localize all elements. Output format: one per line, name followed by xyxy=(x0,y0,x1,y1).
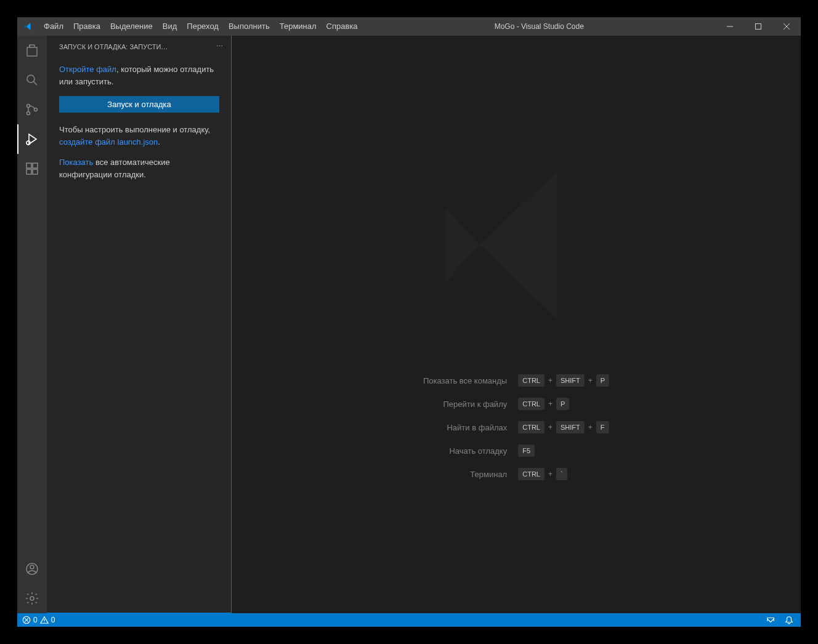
plus-separator: + xyxy=(548,470,553,478)
activity-search[interactable] xyxy=(17,65,47,95)
status-warnings-count: 0 xyxy=(51,616,55,624)
keycap: SHIFT xyxy=(556,374,585,387)
plus-separator: + xyxy=(548,423,553,432)
menu-edit[interactable]: Правка xyxy=(68,17,105,36)
sidebar-text: Чтобы настроить выполнение и отладку, xyxy=(59,125,210,134)
status-feedback[interactable] xyxy=(764,613,777,627)
svg-point-3 xyxy=(27,112,30,115)
keycap: P xyxy=(596,374,609,387)
open-file-link[interactable]: Откройте файл xyxy=(59,65,116,74)
menu-run[interactable]: Выполнить xyxy=(224,17,275,36)
shortcut-label: Перейти к файлу xyxy=(423,400,507,409)
activity-accounts[interactable] xyxy=(17,554,47,584)
menu-bar: Файл Правка Выделение Вид Переход Выполн… xyxy=(39,17,363,36)
menu-file[interactable]: Файл xyxy=(39,17,68,36)
keycap: CTRL xyxy=(518,398,545,410)
sidebar-open-file-line: Откройте файл, который можно отладить ил… xyxy=(59,63,219,87)
sidebar-show-configs-line: Показать все автоматические конфигурации… xyxy=(59,156,219,180)
vscode-watermark-icon xyxy=(424,153,609,339)
plus-separator: + xyxy=(548,400,553,408)
svg-rect-0 xyxy=(756,24,761,30)
plus-separator: + xyxy=(588,376,593,385)
svg-rect-7 xyxy=(26,169,31,174)
svg-point-12 xyxy=(30,597,34,600)
vscode-logo-icon xyxy=(17,22,39,31)
status-bar: 0 0 xyxy=(17,613,801,627)
minimize-button[interactable] xyxy=(716,17,744,36)
shortcut-label: Найти в файлах xyxy=(423,423,507,432)
plus-separator: + xyxy=(588,423,593,432)
create-launch-json-link[interactable]: создайте файл launch.json xyxy=(59,137,158,147)
svg-point-2 xyxy=(27,105,30,108)
activity-extensions[interactable] xyxy=(17,154,47,183)
svg-rect-6 xyxy=(26,163,31,168)
shortcut-label: Показать все команды xyxy=(423,376,507,385)
keycap: ` xyxy=(556,468,567,480)
menu-go[interactable]: Переход xyxy=(182,17,224,36)
status-problems[interactable]: 0 0 xyxy=(20,613,57,627)
menu-help[interactable]: Справка xyxy=(322,17,363,36)
menu-view[interactable]: Вид xyxy=(158,17,182,36)
keycap: CTRL xyxy=(518,374,545,387)
shortcut-keys: CTRL+P xyxy=(518,398,609,410)
sidebar-content: Откройте файл, который можно отладить ил… xyxy=(47,57,232,195)
window-title: MoGo - Visual Studio Code xyxy=(363,22,716,31)
menu-selection[interactable]: Выделение xyxy=(105,17,158,36)
shortcut-keys: CTRL+` xyxy=(518,468,609,480)
svg-rect-9 xyxy=(33,163,38,168)
activity-settings[interactable] xyxy=(17,584,47,613)
keycap: P xyxy=(556,398,569,410)
svg-point-1 xyxy=(27,75,34,83)
workbench-body: ЗАПУСК И ОТЛАДКА: ЗАПУСТИ… ⋯ Откройте фа… xyxy=(17,36,801,613)
svg-point-4 xyxy=(34,108,38,111)
menu-terminal[interactable]: Терминал xyxy=(275,17,322,36)
status-notifications[interactable] xyxy=(782,613,796,627)
title-bar: Файл Правка Выделение Вид Переход Выполн… xyxy=(17,17,801,36)
vscode-window: Файл Правка Выделение Вид Переход Выполн… xyxy=(17,17,801,627)
sidebar-text: . xyxy=(158,137,160,147)
window-controls xyxy=(716,17,801,36)
keycap: F xyxy=(596,421,609,433)
maximize-button[interactable] xyxy=(744,17,772,36)
shortcut-label: Терминал xyxy=(423,470,507,479)
sidebar-more-actions[interactable]: ⋯ xyxy=(213,42,227,50)
sidebar-run-debug: ЗАПУСК И ОТЛАДКА: ЗАПУСТИ… ⋯ Откройте фа… xyxy=(47,36,232,613)
shortcut-hints: Показать все командыCTRL+SHIFT+PПерейти … xyxy=(423,374,609,480)
keycap: CTRL xyxy=(518,421,545,433)
keycap: CTRL xyxy=(518,468,545,480)
show-configs-link[interactable]: Показать xyxy=(59,158,93,167)
activity-bar xyxy=(17,36,47,613)
editor-area: Показать все командыCTRL+SHIFT+PПерейти … xyxy=(232,36,801,613)
activity-run-debug[interactable] xyxy=(17,124,47,154)
shortcut-keys: CTRL+SHIFT+F xyxy=(518,421,609,433)
shortcut-keys: CTRL+SHIFT+P xyxy=(518,374,609,387)
sidebar-create-launch-line: Чтобы настроить выполнение и отладку, со… xyxy=(59,124,219,148)
status-errors-count: 0 xyxy=(33,616,38,624)
svg-point-11 xyxy=(30,565,34,569)
shortcut-keys: F5 xyxy=(518,445,609,457)
sidebar-title: ЗАПУСК И ОТЛАДКА: ЗАПУСТИ… xyxy=(59,43,213,50)
plus-separator: + xyxy=(548,376,553,385)
run-and-debug-button[interactable]: Запуск и отладка xyxy=(59,96,219,113)
sidebar-header: ЗАПУСК И ОТЛАДКА: ЗАПУСТИ… ⋯ xyxy=(47,36,232,57)
close-button[interactable] xyxy=(772,17,801,36)
shortcut-label: Начать отладку xyxy=(423,446,507,456)
activity-source-control[interactable] xyxy=(17,95,47,124)
svg-rect-8 xyxy=(33,169,38,174)
keycap: F5 xyxy=(518,445,535,457)
activity-explorer[interactable] xyxy=(17,36,47,65)
keycap: SHIFT xyxy=(556,421,585,433)
